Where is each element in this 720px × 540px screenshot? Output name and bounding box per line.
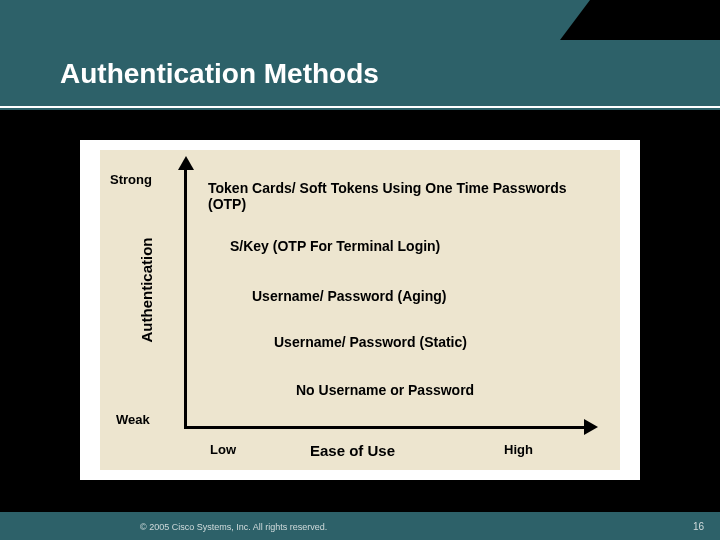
x-axis-left-label: Low: [210, 442, 236, 457]
x-axis: [184, 426, 588, 429]
method-item: S/Key (OTP For Terminal Login): [230, 238, 440, 254]
diagram: Authentication Strong Weak Low Ease of U…: [100, 150, 620, 470]
y-axis: [184, 162, 187, 428]
page-number: 16: [693, 521, 704, 532]
title-underline: [0, 106, 720, 108]
y-axis-arrow-icon: [178, 156, 194, 170]
slide-title: Authentication Methods: [60, 58, 379, 90]
x-axis-arrow-icon: [584, 419, 598, 435]
x-axis-label: Ease of Use: [310, 442, 395, 459]
y-axis-top-label: Strong: [110, 172, 152, 187]
method-item: Username/ Password (Aging): [252, 288, 447, 304]
slide: Authentication Methods Authentication St…: [0, 0, 720, 540]
footer-bar: [0, 512, 720, 540]
method-item: No Username or Password: [296, 382, 474, 398]
title-bar: [0, 0, 720, 110]
x-axis-right-label: High: [504, 442, 533, 457]
y-axis-bottom-label: Weak: [116, 412, 150, 427]
method-item: Token Cards/ Soft Tokens Using One Time …: [208, 180, 588, 212]
method-item: Username/ Password (Static): [274, 334, 467, 350]
copyright-text: © 2005 Cisco Systems, Inc. All rights re…: [140, 522, 327, 532]
y-axis-label: Authentication: [138, 238, 155, 343]
